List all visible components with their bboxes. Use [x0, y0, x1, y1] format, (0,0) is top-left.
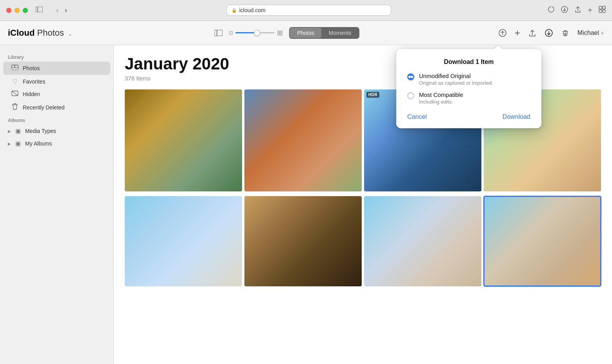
sidebar-item-my-albums[interactable]: ▶ ▣ My Albums	[3, 137, 110, 150]
sidebar-item-favorites[interactable]: ♡ Favorites	[3, 75, 110, 88]
browser-sidebar-toggle[interactable]	[33, 5, 46, 15]
forward-button[interactable]: ›	[62, 5, 69, 16]
radio-original[interactable]	[407, 73, 414, 80]
back-button[interactable]: ‹	[54, 5, 61, 16]
expand-arrow-albums: ▶	[8, 142, 11, 146]
sidebar-item-photos[interactable]: Photos	[3, 62, 110, 75]
browser-refresh-button[interactable]	[548, 6, 555, 15]
sidebar-recently-deleted-label: Recently Deleted	[23, 104, 65, 111]
browser-download-button[interactable]	[561, 6, 568, 15]
url-text: icloud.com	[239, 7, 266, 13]
library-section-label: Library	[0, 51, 113, 62]
app-toolbar: iCloud Photos ⌄ ⊡ ⊞ Photos Moments	[0, 21, 612, 45]
heart-icon: ♡	[11, 78, 19, 85]
svg-line-19	[12, 91, 18, 96]
delete-button[interactable]	[561, 29, 570, 37]
address-bar-wrap: 🔒 icloud.com	[74, 5, 543, 16]
folder-icon-media: ▣	[14, 127, 22, 135]
sidebar-media-types-label: Media Types	[25, 128, 56, 134]
svg-rect-8	[215, 30, 222, 36]
view-tabs: Photos Moments	[289, 27, 359, 39]
expand-arrow-media: ▶	[8, 129, 11, 133]
photo-cell-5[interactable]	[125, 196, 242, 286]
sidebar-hidden-label: Hidden	[23, 91, 40, 97]
svg-rect-16	[15, 65, 18, 68]
add-button[interactable]: +	[515, 27, 520, 38]
zoom-slider[interactable]	[235, 32, 275, 33]
close-button[interactable]	[6, 8, 11, 13]
month-name: January	[125, 55, 188, 73]
trash-icon	[11, 103, 19, 112]
cancel-button[interactable]: Cancel	[407, 113, 427, 120]
download-toolbar-button[interactable]	[545, 29, 553, 37]
option-original-text: Unmodified Original Original as captured…	[419, 73, 530, 86]
toolbar-right: + Michael ∨	[498, 27, 604, 38]
zoom-large-icon: ⊞	[277, 29, 283, 37]
nav-buttons: ‹ ›	[54, 5, 69, 16]
option-original-desc: Original as captured or imported.	[419, 80, 530, 86]
albums-section-label: Albums	[0, 115, 113, 125]
sidebar-item-recently-deleted[interactable]: Recently Deleted	[3, 100, 110, 115]
toolbar-left: iCloud Photos ⌄	[8, 28, 76, 38]
app-sidebar-toggle[interactable]	[215, 30, 222, 36]
photo-cell-8[interactable]	[484, 196, 601, 286]
sidebar-favorites-label: Favorites	[23, 78, 46, 85]
svg-rect-6	[599, 10, 602, 13]
svg-rect-15	[12, 65, 15, 68]
address-bar[interactable]: 🔒 icloud.com	[226, 5, 391, 16]
moments-tab[interactable]: Moments	[322, 28, 359, 38]
browser-controls-right: +	[548, 6, 606, 15]
svg-rect-4	[599, 6, 602, 9]
minimize-button[interactable]	[15, 8, 20, 13]
app-title-arrow[interactable]: ⌄	[68, 31, 73, 37]
photo-cell-2[interactable]	[244, 89, 362, 191]
app-title: iCloud Photos ⌄	[8, 28, 73, 38]
browser-new-tab-button[interactable]: +	[588, 6, 592, 15]
traffic-lights	[6, 8, 28, 13]
hdr-badge: HDR	[366, 92, 379, 98]
popover-option-compatible[interactable]: Most Compatible Including edits.	[407, 91, 530, 105]
browser-tabs-button[interactable]	[599, 6, 606, 15]
photo-cell-1[interactable]	[125, 89, 242, 191]
app-title-photos: Photos	[37, 28, 64, 38]
user-menu[interactable]: Michael ∨	[577, 29, 604, 36]
lock-icon: 🔒	[231, 8, 237, 13]
app-title-bold: iCloud	[8, 28, 35, 38]
browser-chrome: ‹ › 🔒 icloud.com	[0, 0, 612, 21]
year-text: 2020	[193, 55, 229, 73]
folder-icon-albums: ▣	[14, 140, 22, 147]
photo-cell-6[interactable]	[244, 196, 362, 286]
radio-compatible[interactable]	[407, 92, 414, 99]
option-compatible-desc: Including edits.	[419, 99, 530, 105]
svg-rect-17	[12, 68, 18, 70]
hidden-icon	[11, 91, 19, 98]
photos-tab[interactable]: Photos	[290, 28, 321, 38]
popover-title: Download 1 Item	[407, 58, 530, 66]
download-button[interactable]: Download	[503, 113, 530, 120]
content-area: January 2020 378 Items HDR Dow	[114, 45, 612, 364]
user-name: Michael	[577, 29, 599, 36]
toolbar-center: ⊡ ⊞ Photos Moments	[82, 27, 492, 39]
browser-share-button[interactable]	[574, 6, 581, 15]
zoom-control: ⊡ ⊞	[229, 29, 283, 37]
share-button[interactable]	[528, 29, 537, 37]
upload-button[interactable]	[498, 29, 507, 37]
maximize-button[interactable]	[23, 8, 28, 13]
browser-titlebar: ‹ › 🔒 icloud.com	[0, 0, 612, 20]
main-layout: Library Photos ♡ Favorites	[0, 45, 612, 364]
photo-cell-7[interactable]	[364, 196, 481, 286]
download-popover: Download 1 Item Unmodified Original Orig…	[396, 49, 541, 128]
zoom-small-icon: ⊡	[229, 30, 233, 36]
option-original-label: Unmodified Original	[419, 73, 530, 79]
popover-option-original[interactable]: Unmodified Original Original as captured…	[407, 73, 530, 86]
user-menu-arrow: ∨	[601, 30, 604, 36]
svg-rect-7	[603, 10, 605, 13]
sidebar-item-media-types[interactable]: ▶ ▣ Media Types	[3, 125, 110, 137]
popover-actions: Cancel Download	[407, 112, 530, 120]
option-compatible-text: Most Compatible Including edits.	[419, 91, 530, 105]
svg-rect-5	[603, 6, 605, 9]
option-compatible-label: Most Compatible	[419, 91, 530, 98]
sidebar-photos-label: Photos	[23, 65, 40, 71]
photos-icon	[11, 64, 19, 72]
sidebar-item-hidden[interactable]: Hidden	[3, 88, 110, 100]
